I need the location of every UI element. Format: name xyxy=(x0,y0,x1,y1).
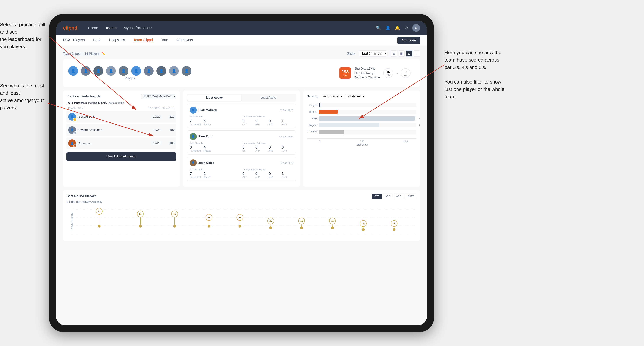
scoring-panel: Scoring Par 3, 4 & 5s All Players Eagles xyxy=(303,90,420,187)
player-name: Cameron... xyxy=(78,142,92,145)
annotation-right: Here you can see how the team have score… xyxy=(444,49,504,100)
bell-icon[interactable]: 🔔 xyxy=(395,25,400,30)
player-info: 👤 2 Edward Crossman xyxy=(68,126,146,134)
dbogeys-bar-track: 131 xyxy=(319,130,416,134)
apc-avatar: 👤 xyxy=(190,133,197,140)
leaderboard-row[interactable]: 👤 1 Richard Butler 19/20 110 xyxy=(66,111,176,123)
search-icon[interactable]: 🔍 xyxy=(376,25,381,30)
subnav-pga[interactable]: PGA xyxy=(93,38,100,43)
player-avatar-1[interactable]: 👤 xyxy=(68,66,78,76)
birdies-bar-track: 96 xyxy=(319,110,416,114)
svg-point-5 xyxy=(139,225,142,227)
shot-distance-badge: 198 yds xyxy=(340,67,351,79)
rank-badge: 3 xyxy=(73,144,77,148)
rank-badge: 1 xyxy=(73,118,77,121)
add-team-button[interactable]: Add Team xyxy=(398,37,420,44)
active-player-card-3: 👤 Josh Coles 26 Aug 2023 Total Rounds 7 xyxy=(187,157,296,181)
subnav-pgat[interactable]: PGAT Players xyxy=(63,38,85,43)
subnav-team-clippd[interactable]: Team Clippd xyxy=(133,38,153,43)
svg-text:5x: 5x xyxy=(239,216,241,219)
svg-point-29 xyxy=(331,226,334,229)
activities-values: 0 OTT 0 APP 0 ARG xyxy=(242,119,293,126)
apc-avatar: 👤 xyxy=(190,159,197,166)
svg-text:7x: 7x xyxy=(98,210,100,213)
player-avatar-3[interactable]: 👤 xyxy=(94,66,103,76)
shot-card: 198 yds Shot Dist: 16 yds Start Lie: Rou… xyxy=(335,63,415,83)
player-name: Richard Butler xyxy=(78,115,96,119)
apc-player: 👤 Blair McHarg xyxy=(190,107,217,114)
ott-filter-button[interactable]: OTT xyxy=(372,194,382,199)
filter-view-btn[interactable]: ⫶ xyxy=(414,50,420,57)
shot-circles: 16 yds → 0 yds xyxy=(383,68,410,78)
putt-filter-button[interactable]: PUTT xyxy=(405,194,416,199)
bogeys-bar-track: 311 xyxy=(319,123,416,127)
subnav-tour[interactable]: Tour xyxy=(161,38,168,43)
drill-select[interactable]: PUTT Must Make Putting... xyxy=(141,94,176,99)
settings-icon[interactable]: ⚙ xyxy=(404,25,408,30)
apc-date: 26 Aug 2023 xyxy=(280,109,294,112)
apc-name: Rees Britt xyxy=(198,135,212,138)
apc-name: Blair McHarg xyxy=(198,108,217,112)
view-icons: ⊞ ☰ ⊡ ⫶ xyxy=(390,50,420,57)
apc-stats: Total Rounds 8 Tournament 4 Practice xyxy=(190,142,294,152)
pars-bar-row: Pars 499 xyxy=(307,116,416,121)
subnav-hcaps[interactable]: Hcaps 1-5 xyxy=(109,38,125,43)
nav-performance[interactable]: My Performance xyxy=(124,26,152,30)
apc-date: 26 Aug 2023 xyxy=(280,162,294,164)
svg-text:5x: 5x xyxy=(208,216,210,219)
leaderboard-row[interactable]: 👤 3 Cameron... 17/20 103 xyxy=(66,137,176,149)
player-avatar-7[interactable]: 👤 xyxy=(144,66,154,76)
most-active-tab[interactable]: Most Active xyxy=(188,95,242,101)
apc-player: 👤 Josh Coles xyxy=(190,159,214,166)
x-axis-title: Total Shots xyxy=(307,143,416,146)
rounds-values: 7 Tournament 6 Practice xyxy=(190,119,240,126)
nav-teams[interactable]: Teams xyxy=(105,26,116,30)
par-filter-select[interactable]: Par 3, 4 & 5s xyxy=(320,94,343,99)
nav-home[interactable]: Home xyxy=(88,26,98,30)
tablet-frame: clippd Home Teams My Performance 🔍 👤 🔔 ⚙… xyxy=(49,14,434,332)
svg-text:3x: 3x xyxy=(362,222,364,225)
leaderboard-header: PLAYER NAME PB SCORE PB AVG SQ xyxy=(66,107,176,109)
leaderboard-row[interactable]: 👤 2 Edward Crossman 18/20 107 xyxy=(66,124,176,136)
players-filter-select[interactable]: All Players xyxy=(345,94,365,99)
apc-player: 👤 Rees Britt xyxy=(190,133,212,140)
least-active-tab[interactable]: Least Active xyxy=(242,95,296,101)
player-avg: 110 xyxy=(160,115,174,119)
eagles-bar-row: Eagles 3 xyxy=(307,103,416,107)
app-filter-button[interactable]: APP xyxy=(383,194,393,199)
player-1-avatar: 👤 1 xyxy=(68,113,76,121)
arg-filter-button[interactable]: ARG xyxy=(394,194,404,199)
tablet-screen: clippd Home Teams My Performance 🔍 👤 🔔 ⚙… xyxy=(56,21,427,325)
player-avatar-10[interactable]: 👤 xyxy=(182,66,192,76)
people-icon[interactable]: 👤 xyxy=(385,25,390,30)
player-avg: 103 xyxy=(160,142,174,145)
svg-point-21 xyxy=(269,226,272,229)
team-title: Team Clippd | 14 Players ✏️ xyxy=(63,51,105,56)
player-avatar-8[interactable]: 👤 xyxy=(156,66,166,76)
player-avatar-2[interactable]: 👤 xyxy=(81,66,91,76)
edit-icon[interactable]: ✏️ xyxy=(102,52,105,55)
activities-values: 0 OTT 0 APP 0 ARG xyxy=(242,172,293,178)
user-avatar[interactable]: U xyxy=(412,24,420,32)
player-info: 👤 3 Cameron... xyxy=(68,140,146,147)
player-avatar-9[interactable]: 👤 xyxy=(169,66,179,76)
team-header: Team Clippd | 14 Players ✏️ Show: Last 3… xyxy=(63,50,420,57)
grid-view-btn[interactable]: ⊞ xyxy=(390,50,397,57)
view-full-leaderboard-button[interactable]: View Full Leaderboard xyxy=(66,152,176,161)
show-period-select[interactable]: Last 3 months xyxy=(359,50,387,57)
navbar: clippd Home Teams My Performance 🔍 👤 🔔 ⚙… xyxy=(56,21,427,35)
team-header-controls: Show: Last 3 months ⊞ ☰ ⊡ ⫶ xyxy=(347,50,420,57)
subnav-all-players[interactable]: All Players xyxy=(176,38,193,43)
leaderboard-subtitle: PUTT Must Make Putting (3-6 ft), Last 3 … xyxy=(66,101,176,104)
svg-point-17 xyxy=(238,225,241,227)
card-view-btn[interactable]: ⊡ xyxy=(406,50,412,57)
practice-leaderboards-panel: Practice Leaderboards PUTT Must Make Put… xyxy=(63,90,180,187)
player-avatar-6[interactable]: 👤 xyxy=(131,66,141,76)
player-avatar-5[interactable]: 👤 xyxy=(119,66,128,76)
svg-point-25 xyxy=(300,226,303,229)
list-view-btn[interactable]: ☰ xyxy=(398,50,404,57)
player-avg: 107 xyxy=(160,128,174,132)
player-avatar-4[interactable]: 👤 xyxy=(106,66,116,76)
player-3-avatar: 👤 3 xyxy=(68,140,76,147)
streaks-header: Best Round Streaks OTT APP ARG PUTT xyxy=(66,194,416,199)
